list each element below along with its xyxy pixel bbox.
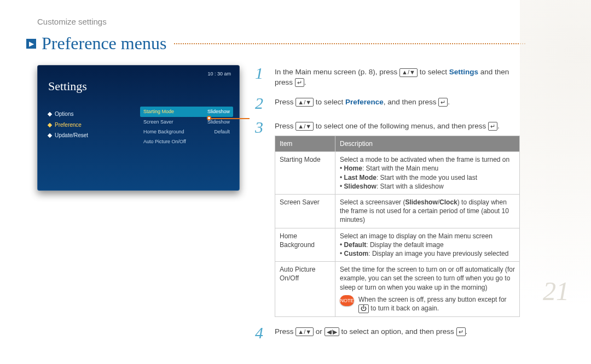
callout-line [211, 118, 250, 119]
leftright-key-icon: ◀/▶ [325, 327, 339, 336]
note: NOTE When the screen is off, press any b… [340, 295, 515, 313]
table-header: Description [335, 136, 520, 152]
page-number: 21 [543, 274, 569, 309]
step-2: 2 Press ▲/▼ to select Preference, and th… [255, 95, 520, 111]
step-number: 2 [255, 95, 268, 111]
step-number: 1 [255, 65, 268, 87]
step-1: 1 In the Main menu screen (p. 8), press … [255, 65, 520, 87]
enter-key-icon: ↵ [456, 327, 466, 336]
right-item-active: Starting Mode Slideshow [140, 107, 233, 116]
step-3: 3 Press ▲/▼ to select one of the followi… [255, 119, 520, 317]
right-item: Auto Picture On/Off [140, 137, 233, 146]
callout-dot-icon [207, 116, 211, 120]
heading-row: ▶ Preference menus [0, 32, 591, 55]
step-4: 4 Press ▲/▼ or ◀/▶ to select an option, … [255, 325, 520, 341]
left-item: Update/Reset [48, 130, 88, 141]
table-header: Item [275, 136, 335, 152]
enter-key-icon: ↵ [488, 122, 497, 131]
note-icon: NOTE [340, 295, 354, 306]
updown-key-icon: ▲/▼ [399, 68, 418, 77]
description-table: Item Description Starting Mode Select a … [275, 136, 520, 317]
updown-key-icon: ▲/▼ [296, 98, 314, 107]
step-body: Press ▲/▼ to select Preference, and then… [275, 95, 450, 111]
screenshot-heading: Settings [48, 78, 240, 95]
table-row: Home Background Select an image to displ… [275, 228, 520, 262]
table-row: Screen Saver Select a screensaver (Slide… [275, 195, 520, 228]
table-header-row: Item Description [275, 136, 520, 152]
right-item: Home BackgroundDefault [140, 127, 233, 137]
screenshot-clock: 10 : 30 am [207, 71, 231, 77]
steps: 1 In the Main menu screen (p. 8), press … [255, 65, 520, 348]
breadcrumb: Customize settings [0, 0, 591, 32]
table-row: Starting Mode Select a mode to be activa… [275, 152, 520, 195]
enter-key-icon: ↵ [295, 78, 304, 87]
screenshot-right-menu: Starting Mode Slideshow Screen SaverSlid… [140, 107, 233, 146]
page-title: Preference menus [42, 32, 166, 55]
settings-screenshot: 10 : 30 am Settings Options Preference U… [37, 65, 240, 191]
step-body: In the Main menu screen (p. 8), press ▲/… [275, 65, 520, 87]
step-number: 3 [255, 119, 268, 317]
content: 10 : 30 am Settings Options Preference U… [0, 55, 591, 348]
heading-dots [174, 43, 525, 44]
power-key-icon: ⏻ [358, 304, 369, 313]
enter-key-icon: ↵ [438, 98, 448, 107]
step-body: Press ▲/▼ to select one of the following… [275, 119, 520, 317]
step-number: 4 [255, 325, 268, 341]
left-item-active: Preference [48, 120, 88, 131]
page-decoration [520, 0, 591, 364]
left-item: Options [48, 109, 88, 120]
heading-bullet-icon: ▶ [26, 39, 36, 49]
updown-key-icon: ▲/▼ [296, 122, 314, 131]
screenshot-left-menu: Options Preference Update/Reset [48, 109, 88, 141]
step-body: Press ▲/▼ or ◀/▶ to select an option, an… [275, 325, 467, 341]
updown-key-icon: ▲/▼ [296, 327, 314, 336]
table-row: Auto Picture On/Off Set the time for the… [275, 262, 520, 317]
